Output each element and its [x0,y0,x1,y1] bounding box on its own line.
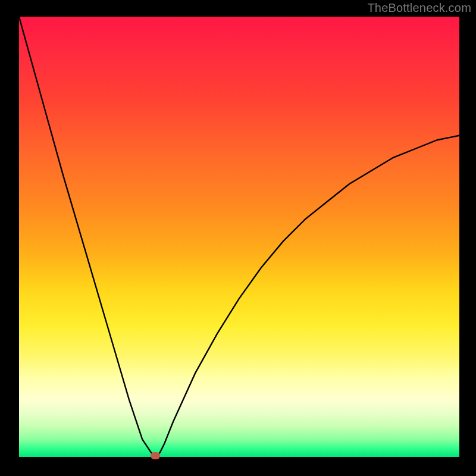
plot-area [19,17,459,457]
watermark-text: TheBottleneck.com [367,1,471,15]
optimal-point-marker [151,452,160,459]
curve-svg [19,17,459,457]
chart-frame: TheBottleneck.com [0,0,476,476]
bottleneck-curve [19,17,459,457]
